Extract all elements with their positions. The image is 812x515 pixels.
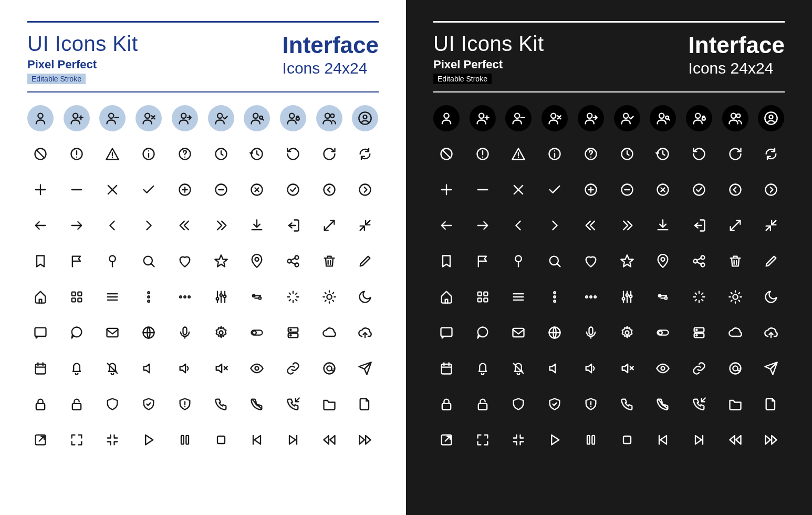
message-square-icon xyxy=(433,320,460,346)
bookmark-icon xyxy=(27,248,54,274)
plus-icon xyxy=(433,177,460,203)
star-icon xyxy=(208,248,234,274)
plus-circle-icon xyxy=(172,177,198,203)
users-icon xyxy=(722,105,748,131)
bottom-highlight xyxy=(27,491,379,500)
size-label: Icons 24x24 xyxy=(283,59,379,77)
clock-icon xyxy=(208,141,234,167)
alert-triangle-icon xyxy=(505,141,532,167)
check-icon xyxy=(136,177,162,203)
top-rule xyxy=(27,21,379,23)
folder-icon xyxy=(722,391,748,417)
phone-incoming-icon xyxy=(686,391,712,417)
link-icon xyxy=(686,355,712,382)
icon-grid-dark xyxy=(433,105,785,453)
shield-alert-icon xyxy=(578,391,604,417)
chevron-right-circle-icon xyxy=(352,177,378,203)
volume-low-icon xyxy=(578,355,604,382)
home-icon xyxy=(433,284,460,310)
icon-grid-light xyxy=(27,105,379,453)
collapse-icon xyxy=(758,212,784,239)
play-icon xyxy=(136,427,162,453)
editable-stroke-label: Editable Stroke xyxy=(433,74,492,84)
user-icon xyxy=(433,105,460,131)
globe-icon xyxy=(542,320,568,346)
unlock-icon xyxy=(64,391,90,417)
download-icon xyxy=(244,212,270,239)
toggle-icon xyxy=(244,320,270,346)
skip-forward-icon xyxy=(280,427,306,453)
chevron-left-circle-icon xyxy=(722,177,748,203)
user-icon xyxy=(27,105,54,131)
flag-icon xyxy=(64,248,90,274)
user-add-icon xyxy=(470,105,496,131)
chevrons-right-icon xyxy=(614,212,640,239)
minus-circle-icon xyxy=(208,177,234,203)
heart-icon xyxy=(578,248,604,274)
play-icon xyxy=(542,427,568,453)
exit-icon xyxy=(686,212,712,239)
alert-circle-icon xyxy=(470,141,496,167)
folder-icon xyxy=(316,391,342,417)
cloud-icon xyxy=(722,320,748,346)
user-lock-icon xyxy=(280,105,306,131)
trash-icon xyxy=(316,248,342,274)
moon-icon xyxy=(352,284,378,310)
light-panel: UI Icons Kit Pixel Perfect Editable Stro… xyxy=(0,0,406,515)
kit-title: UI Icons Kit xyxy=(27,32,138,56)
shield-alert-icon xyxy=(172,391,198,417)
lock-icon xyxy=(27,391,54,417)
arrow-left-icon xyxy=(27,212,54,239)
user-circle-icon xyxy=(758,105,784,131)
filter-icon xyxy=(244,284,270,310)
top-rule xyxy=(433,21,785,23)
unlock-icon xyxy=(470,391,496,417)
settings-icon xyxy=(614,320,640,346)
pause-icon xyxy=(578,427,604,453)
eye-icon xyxy=(650,355,676,382)
subtitle: Pixel Perfect xyxy=(433,58,544,71)
sun-icon xyxy=(722,284,748,310)
chevrons-left-icon xyxy=(172,212,198,239)
phone-icon xyxy=(614,391,640,417)
dark-panel: UI Icons Kit Pixel Perfect Editable Stro… xyxy=(406,0,812,515)
search-icon xyxy=(542,248,568,274)
cloud-upload-icon xyxy=(758,320,784,346)
skip-back-icon xyxy=(650,427,676,453)
edit-icon xyxy=(352,248,378,274)
share-icon xyxy=(686,248,712,274)
minimize-icon xyxy=(505,427,532,453)
user-remove-icon xyxy=(505,105,532,131)
user-lock-icon xyxy=(686,105,712,131)
header: UI Icons Kit Pixel Perfect Editable Stro… xyxy=(433,32,785,84)
minus-circle-icon xyxy=(614,177,640,203)
pin-icon xyxy=(99,248,126,274)
mail-icon xyxy=(505,320,532,346)
message-square-icon xyxy=(27,320,54,346)
phone-incoming-icon xyxy=(280,391,306,417)
x-circle-icon xyxy=(244,177,270,203)
volume-x-icon xyxy=(208,355,234,382)
heart-icon xyxy=(172,248,198,274)
expand-icon xyxy=(722,212,748,239)
volume-x-icon xyxy=(614,355,640,382)
star-icon xyxy=(614,248,640,274)
skip-forward-icon xyxy=(686,427,712,453)
user-circle-icon xyxy=(352,105,378,131)
check-circle-icon xyxy=(686,177,712,203)
grid-icon xyxy=(64,284,90,310)
help-icon xyxy=(578,141,604,167)
rotate-cw-icon xyxy=(722,141,748,167)
divider xyxy=(27,91,379,92)
plus-icon xyxy=(27,177,54,203)
bell-icon xyxy=(470,355,496,382)
mic-icon xyxy=(578,320,604,346)
pin-icon xyxy=(505,248,532,274)
sun-icon xyxy=(316,284,342,310)
lock-icon xyxy=(433,391,460,417)
x-icon xyxy=(99,177,126,203)
arrow-left-icon xyxy=(433,212,460,239)
share-icon xyxy=(280,248,306,274)
exit-icon xyxy=(280,212,306,239)
bookmark-icon xyxy=(433,248,460,274)
